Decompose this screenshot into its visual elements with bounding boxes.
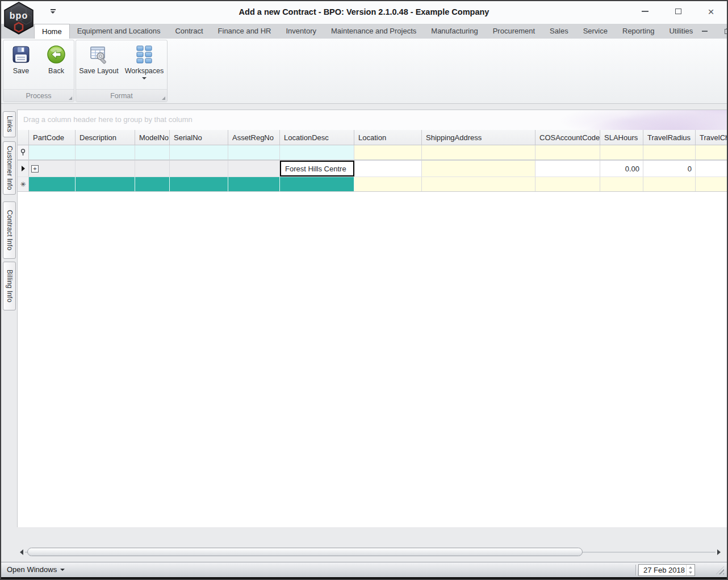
cell-PartCode[interactable] — [29, 145, 76, 159]
cell-LocationDesc[interactable] — [280, 177, 354, 191]
cell-AssetRegNo[interactable] — [228, 161, 280, 176]
cell-TravelCh[interactable] — [696, 177, 727, 191]
back-button[interactable]: Back — [39, 44, 74, 75]
cell-LocationDesc[interactable] — [280, 145, 354, 159]
scroll-right-icon[interactable] — [716, 547, 722, 557]
ribbon: SaveBackProcessSave LayoutWorkspacesForm… — [1, 39, 727, 104]
date-field[interactable]: 27 Feb 2018 — [638, 564, 695, 576]
ribbon-tab-sales[interactable]: Sales — [542, 24, 576, 39]
column-header-AssetRegNo[interactable]: AssetRegNo — [228, 130, 280, 145]
cell-Location[interactable] — [354, 161, 422, 176]
button-label: Back — [48, 67, 64, 75]
ribbon-tab-contract[interactable]: Contract — [168, 24, 210, 39]
child-restore-icon[interactable] — [723, 27, 728, 36]
cell-COSAccountCode[interactable] — [535, 177, 600, 191]
cell-COSAccountCode[interactable] — [535, 161, 600, 176]
statusbar-separator — [635, 565, 636, 575]
equipment-grid: Drag a column header here to group by th… — [17, 110, 727, 527]
ribbon-tab-maintenance-and-projects[interactable]: Maintenance and Projects — [324, 24, 424, 39]
column-header-COSAccountCode[interactable]: COSAccountCode — [535, 130, 600, 145]
column-header-Location[interactable]: Location — [354, 130, 422, 145]
cell-AssetRegNo[interactable] — [228, 177, 280, 191]
ribbon-tab-procurement[interactable]: Procurement — [486, 24, 542, 39]
column-header-PartCode[interactable]: PartCode — [29, 130, 76, 145]
spin-down-icon[interactable] — [687, 570, 694, 576]
workspaces-button[interactable]: Workspaces — [122, 44, 167, 79]
sidebar-tab-contract-info[interactable]: Contract Info — [3, 201, 16, 259]
chevron-down-icon — [60, 569, 65, 571]
column-header-SLAHours[interactable]: SLAHours — [600, 130, 643, 145]
cell-ShippingAddress[interactable] — [422, 145, 535, 159]
scrollbar-track[interactable] — [25, 547, 716, 557]
cell-ModelNo[interactable] — [135, 161, 170, 176]
cell-PartCode[interactable]: + — [29, 161, 76, 176]
minimize-icon[interactable] — [637, 5, 653, 18]
cell-Description[interactable] — [76, 177, 135, 191]
column-header-ShippingAddress[interactable]: ShippingAddress — [422, 130, 535, 145]
column-header-TravelRadius[interactable]: TravelRadius — [643, 130, 696, 145]
ribbon-tab-reporting[interactable]: Reporting — [615, 24, 662, 39]
main-area: LinksCustomer InfoContract InfoBilling I… — [1, 104, 727, 562]
cell-TravelCh[interactable] — [696, 145, 727, 159]
save-button[interactable]: Save — [3, 44, 39, 75]
app-logo[interactable]: bpo — [3, 2, 34, 35]
column-header-TravelCh[interactable]: TravelCh — [696, 130, 727, 145]
cell-SLAHours[interactable]: 0.00 — [600, 161, 643, 176]
cell-Location[interactable] — [354, 177, 422, 191]
column-header-Description[interactable]: Description — [76, 130, 135, 145]
cell-SLAHours[interactable] — [600, 145, 643, 159]
ribbon-tab-finance-and-hr[interactable]: Finance and HR — [211, 24, 279, 39]
expand-icon[interactable]: + — [31, 165, 39, 173]
cell-SerialNo[interactable] — [170, 161, 228, 176]
sidebar-tab-links[interactable]: Links — [3, 111, 16, 137]
cell-Description[interactable] — [76, 145, 135, 159]
column-header-SerialNo[interactable]: SerialNo — [170, 130, 228, 145]
ribbon-tab-home[interactable]: Home — [34, 24, 70, 39]
cell-ModelNo[interactable] — [135, 145, 170, 159]
cell-SLAHours[interactable] — [600, 177, 643, 191]
ribbon-tab-utilities[interactable]: Utilities — [662, 24, 700, 39]
column-header-ModelNo[interactable]: ModelNo — [135, 130, 170, 145]
ribbon-tab-service[interactable]: Service — [576, 24, 615, 39]
sidebar-tab-billing-info[interactable]: Billing Info — [3, 262, 16, 310]
cell-ShippingAddress[interactable] — [422, 177, 535, 191]
ribbon-tab-manufacturing[interactable]: Manufacturing — [424, 24, 485, 39]
cell-Description[interactable] — [76, 161, 135, 176]
save-layout-button[interactable]: Save Layout — [76, 44, 122, 75]
resize-grip[interactable] — [716, 566, 724, 574]
cell-TravelRadius[interactable] — [643, 177, 696, 191]
spin-up-icon[interactable] — [687, 565, 694, 570]
group-by-panel[interactable]: Drag a column header here to group by th… — [18, 110, 727, 130]
app-window: Add a new Contract - BPO: Version 2.1.0.… — [0, 0, 728, 580]
grid-data-row[interactable]: +Forest Hills Centre0.000 — [18, 161, 727, 177]
scroll-left-icon[interactable] — [18, 547, 25, 557]
cell-ShippingAddress[interactable] — [422, 161, 535, 176]
open-windows-button[interactable]: Open Windows — [7, 565, 65, 574]
ribbon-tab-equipment-and-locations[interactable]: Equipment and Locations — [70, 24, 168, 39]
cell-LocationDesc[interactable]: Forest Hills Centre — [280, 161, 354, 176]
horizontal-scrollbar[interactable] — [18, 547, 722, 557]
close-icon[interactable]: × — [703, 5, 719, 18]
cell-PartCode[interactable] — [29, 177, 76, 191]
cell-AssetRegNo[interactable] — [228, 145, 280, 159]
sidebar-tab-label: Customer Info — [6, 146, 14, 190]
grid-new-row[interactable]: ✳ — [18, 177, 727, 192]
auto-filter-row — [18, 145, 727, 161]
sidebar-tab-customer-info[interactable]: Customer Info — [3, 141, 16, 195]
dialog-launcher-icon[interactable] — [69, 96, 72, 100]
cell-TravelRadius[interactable] — [643, 145, 696, 159]
scrollbar-thumb[interactable] — [27, 548, 583, 556]
cell-SerialNo[interactable] — [170, 145, 228, 159]
quick-access-dropdown-icon[interactable] — [50, 9, 56, 14]
column-header-LocationDesc[interactable]: LocationDesc — [280, 130, 354, 145]
cell-TravelCh[interactable] — [696, 161, 727, 176]
child-minimize-icon[interactable] — [700, 27, 709, 36]
cell-SerialNo[interactable] — [170, 177, 228, 191]
cell-TravelRadius[interactable]: 0 — [643, 161, 696, 176]
cell-Location[interactable] — [354, 145, 422, 159]
dialog-launcher-icon[interactable] — [162, 96, 165, 100]
cell-COSAccountCode[interactable] — [535, 145, 600, 159]
maximize-icon[interactable] — [670, 5, 686, 18]
ribbon-tab-inventory[interactable]: Inventory — [279, 24, 324, 39]
cell-ModelNo[interactable] — [135, 177, 170, 191]
